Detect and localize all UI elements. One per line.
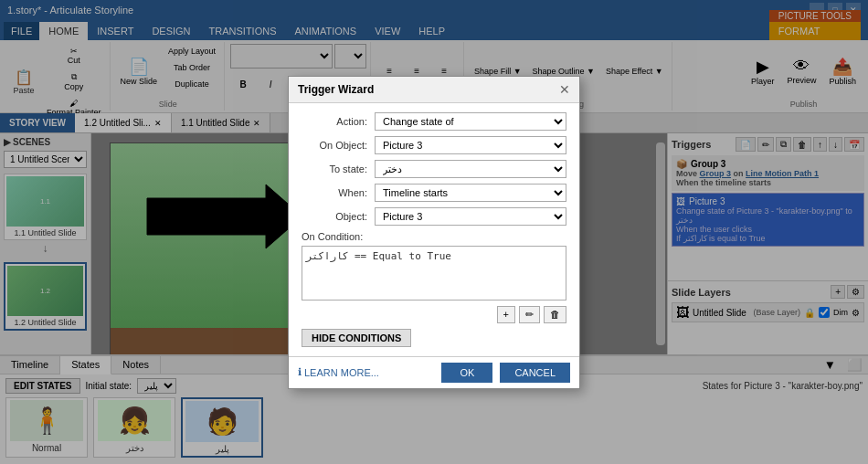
on-condition-label: On Condition: <box>302 231 566 242</box>
wizard-body: Action: Change state of On Object: Pictu… <box>289 103 579 356</box>
when-label: When: <box>302 187 375 198</box>
delete-condition-btn[interactable]: 🗑 <box>544 306 566 323</box>
wizard-title: Trigger Wizard <box>298 83 374 96</box>
to-state-row: To state: دختر <box>302 160 566 178</box>
hide-conditions-button[interactable]: HIDE CONDITIONS <box>302 329 411 347</box>
wizard-header: Trigger Wizard ✕ <box>289 77 579 103</box>
on-object-row: On Object: Picture 3 <box>302 136 566 154</box>
add-condition-btn[interactable]: + <box>497 306 515 323</box>
action-row: Action: Change state of <box>302 112 566 131</box>
condition-textarea[interactable] <box>302 246 566 301</box>
trigger-wizard-dialog: Trigger Wizard ✕ Action: Change state of… <box>288 76 580 389</box>
object-row: Object: Picture 3 <box>302 207 566 226</box>
to-state-label: To state: <box>302 163 375 174</box>
ok-button[interactable]: OK <box>441 363 492 383</box>
object-select[interactable]: Picture 3 <box>375 207 566 226</box>
to-state-select[interactable]: دختر <box>375 160 566 178</box>
modal-overlay: Trigger Wizard ✕ Action: Change state of… <box>0 0 868 464</box>
learn-more-link[interactable]: ℹ LEARN MORE... <box>298 366 434 378</box>
wizard-close-button[interactable]: ✕ <box>559 82 570 97</box>
on-object-label: On Object: <box>302 140 375 151</box>
action-label: Action: <box>302 116 375 127</box>
when-row: When: Timeline starts <box>302 184 566 202</box>
cancel-button[interactable]: CANCEL <box>500 363 570 383</box>
on-object-select[interactable]: Picture 3 <box>375 136 566 154</box>
edit-condition-btn[interactable]: ✏ <box>519 306 540 323</box>
object-label: Object: <box>302 211 375 222</box>
wizard-footer: ℹ LEARN MORE... OK CANCEL <box>289 356 579 388</box>
info-icon: ℹ <box>298 366 302 378</box>
when-select[interactable]: Timeline starts <box>375 184 566 202</box>
condition-toolbar: + ✏ 🗑 <box>302 306 566 323</box>
action-select[interactable]: Change state of <box>375 112 566 131</box>
